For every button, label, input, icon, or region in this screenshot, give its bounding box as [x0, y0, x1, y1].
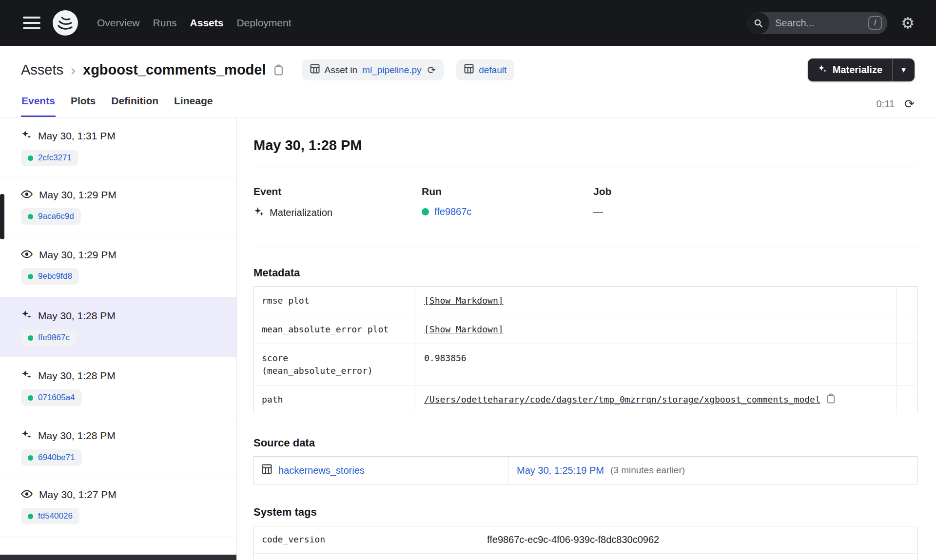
run-link-chip[interactable]: fd540026	[21, 508, 79, 524]
group-default-link[interactable]: default	[479, 65, 507, 76]
run-link-chip[interactable]: 6940be71	[21, 449, 82, 466]
gear-icon[interactable]: ⚙	[901, 16, 915, 31]
event-time: May 30, 1:28 PM	[38, 370, 116, 382]
table-row: code_version ffe9867c-ec9c-4f06-939c-f8d…	[254, 526, 917, 554]
global-search[interactable]: /	[747, 12, 887, 34]
event-list-item[interactable]: May 30, 1:27 PM fd540026	[0, 477, 236, 537]
source-timestamp-link[interactable]: May 30, 1:25:19 PM	[517, 465, 604, 476]
breadcrumb-assets-link[interactable]: Assets	[21, 62, 63, 78]
metadata-key: score (mean_absolute_error)	[254, 344, 415, 385]
run-id-link[interactable]: 6940be71	[38, 453, 75, 463]
asset-location-chip[interactable]: Asset in ml_pipeline.py ⟳	[302, 59, 444, 80]
run-link-chip[interactable]: 9ebc9fd8	[21, 268, 79, 285]
content-area: May 30, 1:31 PM 2cfc3271	[0, 117, 936, 560]
run-id-link[interactable]: 2cfc3271	[38, 153, 72, 163]
source-timestamp-note: (3 minutes earlier)	[610, 465, 685, 476]
observation-eye-icon	[21, 489, 33, 501]
copy-asset-name-icon[interactable]	[273, 64, 284, 76]
run-id-link[interactable]: 071605a4	[38, 393, 75, 403]
event-time: May 30, 1:31 PM	[38, 130, 116, 142]
source-asset-link[interactable]: hackernews_stories	[278, 465, 365, 476]
metadata-section-title: Metadata	[254, 267, 917, 279]
refresh-timer: 0:11	[877, 98, 895, 110]
run-status-dot	[28, 514, 33, 519]
show-markdown-link[interactable]: [Show Markdown]	[424, 323, 504, 336]
refresh-icon[interactable]: ⟳	[904, 98, 915, 110]
breadcrumb-separator: ›	[71, 62, 76, 78]
metadata-key: rmse plot	[254, 287, 415, 315]
page-title: xgboost_comments_model	[83, 62, 266, 78]
nav-item-assets[interactable]: Assets	[190, 17, 224, 29]
metadata-key: path	[254, 386, 415, 414]
tab-lineage[interactable]: Lineage	[174, 95, 213, 117]
hamburger-menu-icon[interactable]	[23, 17, 40, 29]
materialization-sparkle-icon	[254, 206, 264, 219]
page-header: Assets › xgboost_comments_model Asset in	[0, 46, 936, 81]
tab-events[interactable]: Events	[21, 95, 56, 117]
run-link-chip[interactable]: 071605a4	[21, 389, 82, 406]
dagster-app: Overview Runs Assets Deployment / ⚙ Asse…	[0, 0, 936, 560]
nav-item-overview[interactable]: Overview	[97, 17, 140, 29]
metadata-action-cell	[897, 287, 917, 315]
event-list-item[interactable]: May 30, 1:29 PM 9ebc9fd8	[0, 237, 236, 297]
path-link[interactable]: /Users/odetteharary/code/dagster/tmp_0mz…	[424, 393, 820, 406]
search-input[interactable]	[769, 18, 868, 29]
run-link-chip[interactable]: 9aca6c9d	[21, 208, 81, 225]
dagster-logo[interactable]	[52, 10, 78, 36]
materialization-sparkle-icon	[21, 129, 32, 142]
run-status-dot	[422, 208, 429, 215]
event-list-item-selected[interactable]: May 30, 1:28 PM ffe9867c	[0, 297, 236, 357]
event-time: May 30, 1:28 PM	[38, 310, 116, 322]
show-markdown-link[interactable]: [Show Markdown]	[424, 294, 504, 307]
event-list-item[interactable]: May 30, 1:31 PM 2cfc3271	[0, 117, 236, 177]
run-link-chip[interactable]: ffe9867c	[21, 329, 77, 346]
event-summary: Event Materialization Run	[254, 186, 917, 219]
asset-group-chip[interactable]: default	[456, 59, 514, 80]
asset-tabs: Events Plots Definition Lineage 0:11 ⟳	[0, 95, 936, 117]
search-icon[interactable]	[747, 12, 769, 34]
metadata-table: rmse plot [Show Markdown] mean_absolute_…	[254, 286, 917, 414]
run-id-link[interactable]: 9aca6c9d	[38, 212, 74, 221]
reload-definitions-icon[interactable]: ⟳	[428, 64, 436, 76]
run-id-link[interactable]: fd540026	[38, 511, 73, 521]
materialize-sparkle-icon	[818, 64, 827, 76]
event-type-value: Materialization	[270, 207, 332, 218]
materialize-dropdown-button[interactable]: ▾	[892, 58, 915, 81]
run-status-dot	[28, 274, 33, 279]
tag-key	[254, 554, 478, 560]
event-time: May 30, 1:29 PM	[39, 249, 117, 261]
event-time: May 30, 1:29 PM	[39, 189, 117, 201]
metadata-action-cell	[897, 386, 917, 414]
search-shortcut-key: /	[868, 16, 882, 30]
materialize-button[interactable]: Materialize	[808, 58, 892, 81]
copy-path-icon[interactable]	[826, 393, 836, 404]
divider	[254, 168, 917, 168]
nav-item-runs[interactable]: Runs	[153, 17, 177, 29]
tab-plots[interactable]: Plots	[70, 95, 96, 117]
vertical-scrollbar-thumb[interactable]	[0, 194, 4, 239]
tag-value: ffe9867c-ec9c-4f06-939c-f8dc830c0962	[478, 526, 917, 553]
event-list-item[interactable]: May 30, 1:29 PM 9aca6c9d	[0, 177, 236, 237]
run-status-dot	[28, 455, 33, 461]
event-list-item[interactable]: May 30, 1:28 PM 6940be71	[0, 417, 236, 477]
nav-item-deployment[interactable]: Deployment	[236, 17, 291, 29]
tab-definition[interactable]: Definition	[111, 95, 159, 117]
run-id-link[interactable]: ffe9867c	[38, 333, 70, 343]
event-label: Event	[254, 186, 422, 197]
top-navbar: Overview Runs Assets Deployment / ⚙	[0, 0, 936, 46]
group-grid-icon	[464, 64, 474, 76]
pipeline-file-link[interactable]: ml_pipeline.py	[362, 65, 421, 76]
event-list-item[interactable]: May 30, 1:28 PM 071605a4	[0, 357, 236, 417]
observation-eye-icon	[21, 249, 33, 261]
system-tags-table: code_version ffe9867c-ec9c-4f06-939c-f8d…	[254, 526, 917, 560]
event-time: May 30, 1:27 PM	[39, 489, 117, 501]
run-id-link[interactable]: 9ebc9fd8	[38, 271, 72, 281]
table-row: mean_absolute_error plot [Show Markdown]	[254, 315, 917, 344]
table-row: score (mean_absolute_error) 0.983856	[254, 344, 917, 386]
run-link-chip[interactable]: 2cfc3271	[21, 150, 78, 166]
horizontal-scrollbar[interactable]	[0, 555, 236, 560]
primary-nav: Overview Runs Assets Deployment	[97, 17, 292, 29]
run-id-link[interactable]: ffe9867c	[434, 206, 471, 217]
event-detail-panel: May 30, 1:28 PM Event Materialization	[237, 117, 936, 560]
source-data-table: hackernews_stories May 30, 1:25:19 PM (3…	[254, 456, 917, 484]
